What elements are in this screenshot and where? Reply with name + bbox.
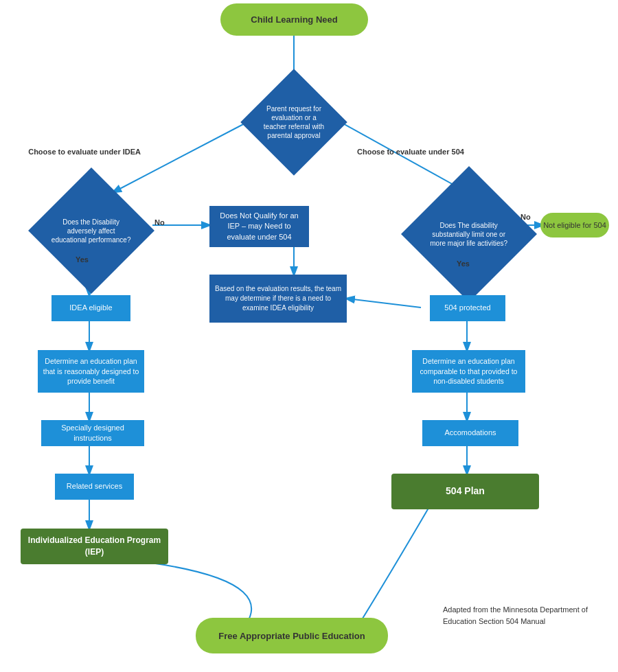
determine-edu-504-node: Determine an education plan comparable t…	[412, 350, 525, 393]
yes-label-right: Yes	[457, 259, 470, 268]
flowchart: Child Learning Need Parent request for e…	[0, 0, 618, 672]
disability-limit-node: Does The disability substantially limit …	[419, 184, 518, 283]
parent-request-node: Parent request for evaluation or a teach…	[253, 81, 335, 163]
plan-504-node: 504 Plan	[391, 474, 539, 509]
idea-eligible-node: IDEA eligible	[52, 295, 130, 321]
no-label-left: No	[154, 218, 165, 227]
choose-504-label: Choose to evaluate under 504	[357, 148, 481, 156]
adapted-text: Adapted from the Minnesota Department of…	[443, 604, 601, 627]
not-eligible-node: Not eligible for 504	[540, 213, 609, 237]
fape-node: Free Appropriate Public Education	[196, 618, 388, 653]
no-label-right: No	[520, 213, 531, 221]
svg-line-1	[113, 122, 247, 192]
related-services-node: Related services	[55, 474, 134, 500]
accomodations-node: Accomodations	[422, 420, 518, 446]
svg-line-13	[347, 299, 421, 308]
disability-affect-node: Does the Disability adversely affect edu…	[45, 184, 137, 277]
choose-idea-label: Choose to evaluate under IDEA	[24, 148, 141, 156]
iep-node: Individualized Education Program (IEP)	[21, 529, 168, 564]
determine-edu-iep-node: Determine an education plan that is reas…	[38, 350, 144, 393]
protected-504-node: 504 protected	[430, 295, 505, 321]
specially-designed-node: Specially designed instructions	[41, 420, 144, 446]
does-not-qualify-node: Does Not Qualify for an IEP – may Need t…	[209, 206, 309, 247]
child-learning-node: Child Learning Need	[220, 3, 368, 36]
svg-line-2	[341, 122, 467, 192]
yes-label-left: Yes	[76, 255, 89, 264]
based-on-eval-node: Based on the evaluation results, the tea…	[209, 275, 347, 323]
